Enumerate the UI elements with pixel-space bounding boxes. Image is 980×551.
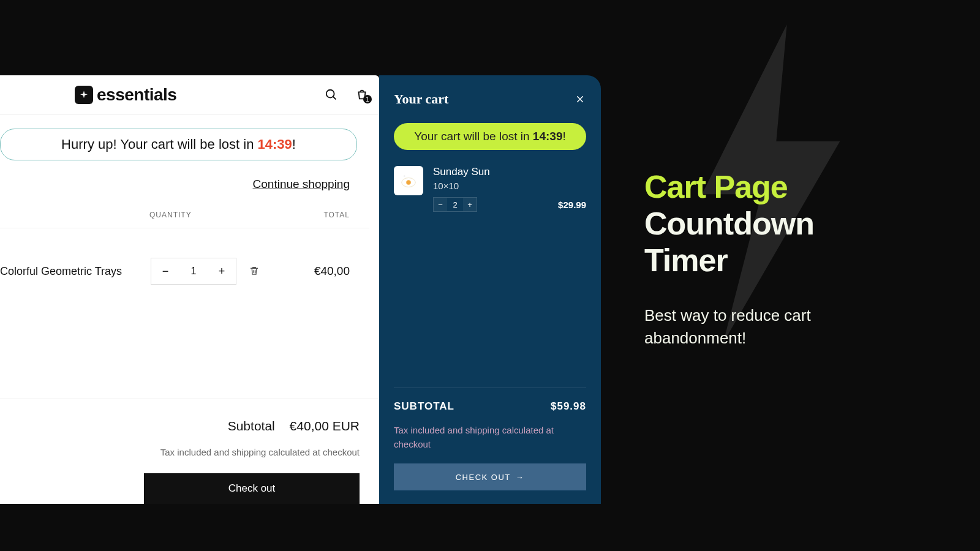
urgency-suffix: !: [292, 137, 296, 152]
drawer-product-variant: 10×10: [433, 181, 586, 191]
product-name[interactable]: Colorful Geometric Trays: [0, 265, 151, 278]
urgency-banner-drawer: Your cart will be lost in 14:39!: [394, 123, 586, 150]
qty-increase-button[interactable]: +: [208, 258, 236, 284]
drawer-checkout-button[interactable]: CHECK OUT →: [394, 463, 586, 490]
qty-value: 2: [447, 200, 463, 209]
drawer-subtotal-label: SUBTOTAL: [394, 400, 454, 413]
line-price: €40,00: [314, 264, 350, 278]
remove-item-button[interactable]: [249, 265, 261, 277]
drawer-line-price: $29.99: [558, 200, 586, 210]
quantity-stepper[interactable]: − 1 +: [151, 258, 236, 285]
store-logo[interactable]: essentials: [75, 85, 176, 105]
continue-shopping-link[interactable]: Continue shopping: [0, 178, 350, 191]
checkout-label: CHECK OUT: [456, 473, 511, 482]
title-highlight: Cart Page: [644, 169, 788, 204]
marketing-copy: Cart Page Countdown Timer Best way to re…: [644, 169, 902, 349]
cart-drawer: Your cart Your cart will be lost in 14:3…: [379, 75, 601, 504]
svg-point-7: [404, 175, 405, 177]
urgency-banner: Hurry up! Your cart will be lost in 14:3…: [0, 129, 357, 160]
qty-decrease-button[interactable]: −: [434, 198, 447, 211]
brand-name: essentials: [97, 85, 176, 105]
product-thumbnail[interactable]: [394, 166, 423, 195]
qty-value: 1: [179, 266, 208, 277]
close-icon[interactable]: [574, 93, 586, 105]
svg-line-2: [333, 97, 336, 100]
urgency-prefix: Your cart will be lost in: [414, 130, 533, 143]
arrow-right-icon: →: [516, 473, 525, 482]
marketing-title: Cart Page Countdown Timer: [644, 169, 902, 279]
search-icon[interactable]: [324, 88, 339, 102]
qty-increase-button[interactable]: +: [463, 198, 477, 211]
subtotal-label: Subtotal: [228, 419, 275, 433]
drawer-product-name[interactable]: Sunday Sun: [433, 166, 586, 178]
svg-point-1: [326, 90, 334, 98]
cart-line-item: Colorful Geometric Trays − 1 + €40,00: [0, 228, 369, 314]
svg-point-6: [406, 180, 411, 185]
urgency-suffix: !: [562, 130, 565, 143]
tax-note: Tax included and shipping calculated at …: [0, 447, 360, 457]
drawer-subtotal-value: $59.98: [551, 400, 586, 413]
drawer-title: Your cart: [394, 91, 448, 107]
marketing-subtitle: Best way to reduce cart abandonment!: [644, 304, 902, 349]
sparkle-icon: [75, 86, 93, 104]
checkout-button[interactable]: Check out: [144, 473, 360, 504]
col-total-header: TOTAL: [323, 211, 350, 219]
drawer-tax-note: Tax included and shipping calculated at …: [394, 424, 586, 451]
drawer-quantity-stepper[interactable]: − 2 +: [433, 197, 477, 212]
drawer-line-item: Sunday Sun 10×10 − 2 + $29.99: [394, 166, 586, 212]
store-header: essentials 1: [0, 75, 379, 115]
cart-count-badge: 1: [363, 95, 372, 103]
light-cart-card: essentials 1 Hurry up! Your cart will be…: [0, 75, 379, 504]
cart-icon[interactable]: 1: [355, 88, 369, 102]
urgency-prefix: Hurry up! Your cart will be lost in: [61, 137, 257, 152]
title-rest: Countdown Timer: [644, 206, 814, 278]
countdown-time: 14:39: [257, 137, 292, 152]
cart-footer: Subtotal €40,00 EUR Tax included and shi…: [0, 399, 379, 504]
cart-column-headers: QUANTITY TOTAL: [0, 191, 369, 228]
subtotal-value: €40,00 EUR: [290, 419, 360, 433]
qty-decrease-button[interactable]: −: [151, 258, 179, 284]
countdown-time: 14:39: [533, 130, 563, 143]
col-quantity-header: QUANTITY: [149, 211, 192, 219]
